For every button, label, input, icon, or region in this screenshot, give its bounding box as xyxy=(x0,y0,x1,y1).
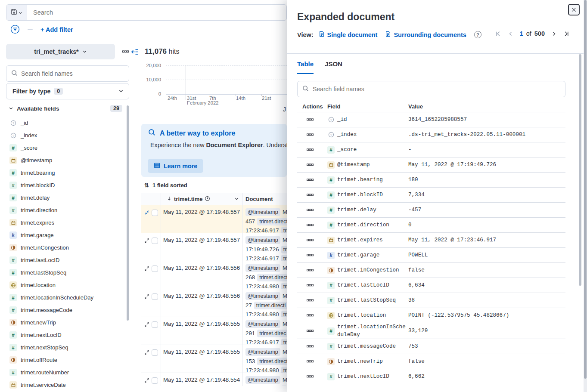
sidebar-field-item[interactable]: ?_index xyxy=(6,129,126,142)
field-search-input[interactable] xyxy=(21,70,129,77)
doc-field-name: trimet.newTrip xyxy=(337,358,408,365)
chevron-down-icon[interactable] xyxy=(234,196,239,202)
flyout-field-search-input[interactable] xyxy=(313,86,565,93)
select-document-checkbox[interactable] xyxy=(152,210,158,216)
field-name-chip: trimet.direc xyxy=(257,330,287,337)
doc-field-name: trimet.nextLocID xyxy=(337,373,408,380)
doc-field-value: May 11, 2022 @ 17:23:46.917 xyxy=(408,237,565,243)
sidebar-scrollbar[interactable] xyxy=(127,105,129,321)
doc-field-value: 180 xyxy=(408,177,565,183)
expand-document-icon[interactable] xyxy=(144,294,149,317)
hits-histogram[interactable]: 20,00010,000024th31st7th14th21stFebruary… xyxy=(141,42,287,111)
sidebar-field-item[interactable]: trimet.newTrip xyxy=(6,316,126,329)
date-field-icon xyxy=(327,161,335,169)
row-actions-icon[interactable] xyxy=(307,360,314,363)
sidebar-field-item[interactable]: trimet.expires xyxy=(6,216,126,229)
row-actions-icon[interactable] xyxy=(307,269,314,272)
field-name-chip: tri xyxy=(281,255,287,261)
filter-icon[interactable] xyxy=(10,25,20,35)
tab-table[interactable]: Table xyxy=(297,60,314,74)
row-actions-icon[interactable] xyxy=(307,194,314,196)
row-actions-icon[interactable] xyxy=(307,224,314,226)
expand-document-icon[interactable] xyxy=(144,266,149,289)
select-document-checkbox[interactable] xyxy=(152,238,158,244)
fields-sorted-button[interactable]: ⇅ 1 field sorted xyxy=(144,182,187,188)
sidebar-field-item[interactable]: #trimet.bearing xyxy=(6,167,126,179)
sidebar-field-item[interactable]: ?_id xyxy=(6,117,126,129)
collapse-document-icon[interactable] xyxy=(144,210,149,233)
learn-more-button[interactable]: Learn more xyxy=(148,159,203,173)
svg-text:?: ? xyxy=(330,118,332,122)
select-document-checkbox[interactable] xyxy=(152,293,158,300)
row-actions-icon[interactable] xyxy=(307,118,314,121)
sidebar-field-item[interactable]: trimet.serviceDate xyxy=(6,379,126,391)
sidebar-field-item[interactable]: trimet.offRoute xyxy=(6,354,126,366)
doc-field-value: 0 xyxy=(408,222,565,228)
sidebar-field-item[interactable]: #trimet.routeNumber xyxy=(6,366,126,379)
first-page-button[interactable] xyxy=(495,31,501,37)
sidebar-field-item[interactable]: #trimet.nextLocID xyxy=(6,329,126,341)
sidebar-field-item[interactable]: trimet.location xyxy=(6,279,126,291)
tab-json[interactable]: JSON xyxy=(325,60,342,74)
expand-document-icon[interactable] xyxy=(144,238,149,261)
surrounding-documents-link[interactable]: Surrounding documents xyxy=(385,31,466,38)
help-icon[interactable]: ? xyxy=(474,31,481,38)
page-scrollbar-track[interactable] xyxy=(584,0,587,392)
row-actions-icon[interactable] xyxy=(307,284,314,287)
data-view-picker[interactable]: tri_met_tracks* xyxy=(6,44,115,59)
sidebar-field-item[interactable]: #trimet.messageCode xyxy=(6,304,126,316)
sidebar-field-item[interactable]: #_score xyxy=(6,142,126,154)
time-column-header[interactable]: trimet.time xyxy=(161,193,243,205)
sidebar-field-item[interactable]: ktrimet.garage xyxy=(6,229,126,241)
expand-document-icon[interactable] xyxy=(144,350,149,373)
expand-document-icon[interactable] xyxy=(144,322,149,345)
single-document-link[interactable]: Single document xyxy=(319,31,378,38)
number-field-icon: # xyxy=(327,222,335,229)
close-flyout-button[interactable] xyxy=(568,4,580,15)
row-actions-icon[interactable] xyxy=(307,330,314,332)
row-actions-icon[interactable] xyxy=(307,254,314,256)
sidebar-field-item[interactable]: #trimet.nextStopSeq xyxy=(6,341,126,354)
sidebar-field-item[interactable]: #trimet.blockID xyxy=(6,179,126,191)
add-filter-button[interactable]: + Add filter xyxy=(40,26,73,33)
sidebar-field-item[interactable]: @timestamp xyxy=(6,154,126,167)
select-document-checkbox[interactable] xyxy=(152,321,158,328)
row-actions-icon[interactable] xyxy=(307,299,314,302)
number-field-icon: # xyxy=(9,331,17,339)
filter-by-type-select[interactable]: Filter by type 0 xyxy=(6,83,129,99)
sidebar-field-item[interactable]: #trimet.lastStopSeq xyxy=(6,266,126,279)
available-fields-header[interactable]: Available fields 29 xyxy=(6,103,129,114)
row-actions-icon[interactable] xyxy=(307,314,314,317)
flyout-scrollbar[interactable] xyxy=(579,54,581,286)
document-time-cell: May 11, 2022 @ 17:19:48.556 xyxy=(161,289,243,317)
sidebar-field-item[interactable]: #trimet.locationInScheduleDay xyxy=(6,291,126,304)
page-scrollbar-thumb[interactable] xyxy=(584,0,587,379)
search-input[interactable] xyxy=(27,5,286,20)
row-actions-icon[interactable] xyxy=(307,179,314,181)
sidebar-field-item[interactable]: #trimet.direction xyxy=(6,204,126,216)
row-actions-icon[interactable] xyxy=(307,375,314,378)
select-document-checkbox[interactable] xyxy=(152,349,158,356)
row-actions-icon[interactable] xyxy=(307,209,314,211)
doc-field-row: #trimet.messageCode 753 xyxy=(297,339,565,354)
row-actions-icon[interactable] xyxy=(307,133,314,136)
row-actions-icon[interactable] xyxy=(307,239,314,241)
last-page-button[interactable] xyxy=(563,31,570,37)
row-actions-icon[interactable] xyxy=(307,164,314,166)
collapse-sidebar-icon[interactable] xyxy=(130,48,139,56)
row-actions-icon[interactable] xyxy=(307,345,314,348)
next-page-button[interactable] xyxy=(551,31,557,37)
select-document-checkbox[interactable] xyxy=(152,377,158,384)
document-explorer-callout: A better way to explore Experience the n… xyxy=(141,124,287,177)
expand-document-icon[interactable] xyxy=(144,378,149,386)
row-actions-icon[interactable] xyxy=(307,148,314,151)
select-document-checkbox[interactable] xyxy=(152,265,158,272)
sidebar-field-item[interactable]: trimet.inCongestion xyxy=(6,241,126,254)
saved-query-menu-button[interactable] xyxy=(6,5,27,20)
chevron-down-icon xyxy=(19,9,22,16)
previous-page-button[interactable] xyxy=(508,31,513,37)
doc-field-value: 753 xyxy=(408,343,565,349)
field-options-button[interactable] xyxy=(121,48,130,55)
sidebar-field-item[interactable]: #trimet.delay xyxy=(6,191,126,204)
sidebar-field-item[interactable]: #trimet.lastLocID xyxy=(6,254,126,266)
